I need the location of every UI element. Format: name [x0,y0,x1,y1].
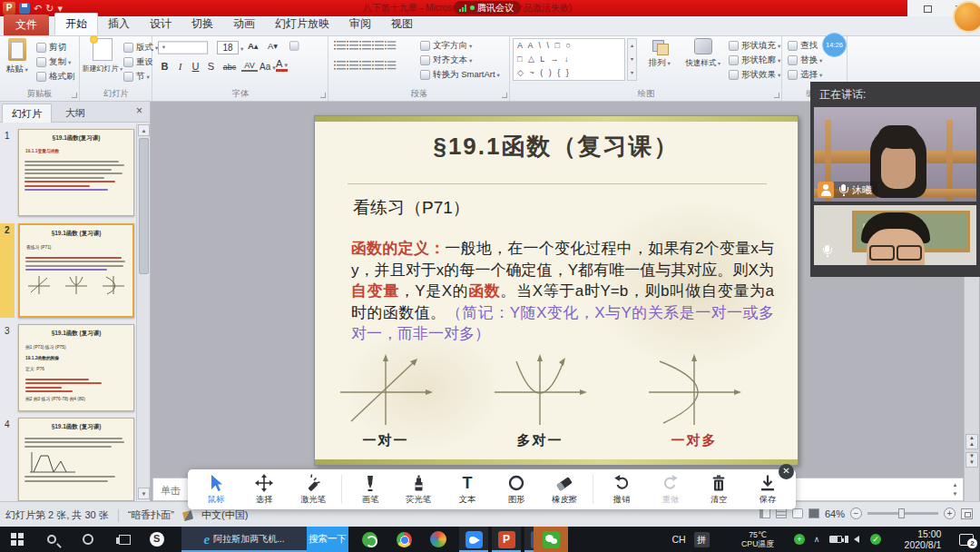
slide-canvas[interactable]: §19.1函数（复习课） 看练习（P71） 函数的定义：一般地，在一个变化过程中… [314,115,799,466]
slide-thumbnail-4[interactable]: 4 §19.1函数 (复习课) [0,418,136,501]
decrease-indent-icon[interactable] [359,40,372,51]
video-participant-1[interactable]: 沐曦 [814,107,976,202]
font-style-button[interactable]: A [276,58,288,72]
shrink-font-button[interactable]: A▾ [268,41,279,51]
select-button[interactable]: 选择 [788,68,824,81]
close-panel-icon[interactable]: × [136,104,142,117]
reading-view-icon[interactable] [792,508,803,518]
annotation-close-icon[interactable]: ✕ [779,464,794,479]
video-participant-2[interactable] [814,205,976,265]
ie-taskbar-button[interactable]: e 阿拉斯加两飞机... [181,527,307,552]
smartart-button[interactable]: 转换为 SmartArt [420,68,504,81]
notes-scroll-icon[interactable]: ▲▼ [949,480,961,498]
justify-icon[interactable] [372,60,385,71]
volume-button[interactable] [848,527,866,552]
wechat-taskbar-button[interactable] [534,527,568,552]
quick-styles-button[interactable]: 快速样式 [680,38,727,69]
line-spacing-icon[interactable] [385,40,397,50]
scroll-up-icon[interactable]: ▲ [138,124,150,136]
previous-slide-icon[interactable]: ▲ ▲ [965,434,978,449]
tab-file[interactable]: 文件 [4,15,49,35]
tab-幻灯片放映[interactable]: 幻灯片放映 [265,14,339,34]
font-name-select[interactable] [158,41,211,54]
text-direction-button[interactable]: 文字方向 [420,39,475,52]
paste-button[interactable]: 粘贴 [5,38,29,75]
tab-设计[interactable]: 设计 [140,14,181,34]
align-center-icon[interactable] [347,60,359,71]
clock[interactable]: 15:002020/8/1 [895,527,951,552]
search-now-button[interactable]: 搜索一下 [307,527,348,552]
font-style-button[interactable]: I [173,61,187,72]
cut-button[interactable]: 剪切 [36,41,67,54]
clear-formatting-button[interactable] [289,41,302,51]
next-slide-icon[interactable]: ▼ ▼ [965,452,978,468]
undo-icon[interactable]: ↶ [34,3,42,14]
tab-审阅[interactable]: 审阅 [339,14,381,34]
find-button[interactable]: 查找 [788,39,818,52]
slideshow-icon[interactable] [808,508,819,518]
bullets-icon[interactable] [334,40,347,51]
zoom-slider[interactable] [867,512,938,515]
align-text-button[interactable]: 对齐文本 [420,54,475,66]
tencent-meeting-button[interactable] [459,527,488,552]
anno-shape-button[interactable]: 图形 [495,473,537,506]
font-style-button[interactable]: B [158,61,172,72]
normal-view-icon[interactable] [760,508,770,518]
powerpoint-taskbar-button[interactable]: P [492,527,521,552]
slide-sorter-icon[interactable] [776,508,787,518]
tab-slides[interactable]: 幻灯片 [2,104,52,123]
language-bar[interactable]: CH [668,527,690,552]
anno-redo-button[interactable]: 重做 [650,473,691,506]
font-style-button[interactable]: Aa [260,62,274,72]
new-slide-button[interactable]: 新建幻灯片 [83,38,122,75]
grow-font-button[interactable]: A▴ [248,41,259,51]
chrome-button[interactable] [390,527,417,552]
replace-button[interactable]: 替换 [788,54,824,66]
start-button[interactable] [4,527,31,552]
save-icon[interactable] [19,3,30,14]
ime-button[interactable]: 拼 [691,527,711,552]
font-style-button[interactable]: U [189,61,202,72]
anno-eraser-button[interactable]: 橡皮擦 [544,473,585,506]
meeting-badge[interactable]: 腾讯会议 [454,1,521,15]
slide-thumbnail-3[interactable]: 3 §19.1函数 (复习课) 例1 (P73) 练习 (P75) 19.1.2… [0,324,136,411]
shape-outline-button[interactable]: 形状轮廓 [729,54,783,66]
align-left-icon[interactable] [334,60,347,71]
slide-thumbnail-2[interactable]: 2 §19.1函数 (复习课) 看练习 (P71) [0,223,136,318]
anno-undo-button[interactable]: 撤销 [601,473,642,506]
security-app-button[interactable] [356,527,383,552]
powerpoint-logo-icon[interactable]: P [3,2,15,15]
tab-视图[interactable]: 视图 [381,14,423,34]
meeting-float-ball[interactable] [953,1,980,33]
shapes-scroll[interactable]: ▴▾▾ [627,38,637,81]
font-style-button[interactable]: abc [220,63,240,72]
action-center-button[interactable]: 2 [955,527,978,552]
tab-开始[interactable]: 开始 [54,13,98,35]
tray-app2-button[interactable]: ✓ [867,527,884,552]
tab-outline[interactable]: 大纲 [56,104,94,123]
slide-thumbnail-1[interactable]: 1 §19.1函数(复习课) 19.1.1变量与函数 [0,129,136,216]
anno-highlighter-button[interactable]: 荧光笔 [397,473,439,506]
shape-fill-button[interactable]: 形状填充 [729,39,783,52]
cortana-button[interactable] [74,527,102,552]
tab-切换[interactable]: 切换 [181,14,223,34]
tab-插入[interactable]: 插入 [98,14,140,34]
reset-button[interactable]: 重设 [123,55,154,68]
pinned-app-button[interactable] [143,527,171,552]
fit-to-window-icon[interactable] [961,508,973,519]
spelling-icon[interactable] [182,509,193,520]
anno-laser-button[interactable]: 激光笔 [292,473,334,506]
meeting-timer-bubble[interactable]: 14:26 [822,33,847,57]
tray-app-button[interactable]: + [791,527,808,552]
dialog-launcher-icon[interactable] [774,93,779,98]
arrange-button[interactable]: 排列 [643,38,676,69]
scrollbar-thumb[interactable] [139,138,149,274]
slides-scrollbar[interactable]: ▲ ▼ [136,123,150,500]
task-view-button[interactable] [111,527,138,552]
align-right-icon[interactable] [359,60,372,71]
anno-cursor-button[interactable]: 鼠标 [195,473,237,506]
zoom-out-icon[interactable]: − [850,508,862,519]
shapes-gallery[interactable]: A A \ \ □ ○ □ △ L → ↓ ◇ ~ ( ) { } [513,38,625,81]
dialog-launcher-icon[interactable] [502,93,507,98]
zoom-level[interactable]: 64% [825,508,845,519]
